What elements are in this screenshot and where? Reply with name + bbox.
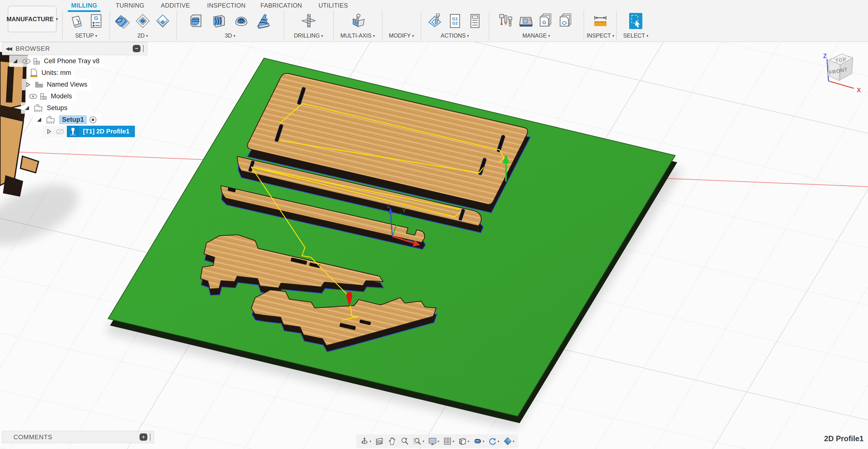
visibility-eye-icon[interactable] xyxy=(29,93,37,99)
group-label-select[interactable]: SELECT▾ xyxy=(623,32,648,41)
active-setup-radio-icon[interactable] xyxy=(89,116,97,124)
browser-item-label[interactable]: Units: mm xyxy=(41,69,71,77)
3d-scallop-icon[interactable] xyxy=(234,13,249,29)
group-label-3d[interactable]: 3D▾ xyxy=(225,32,236,41)
pan-button[interactable] xyxy=(387,437,397,446)
tab-inspection[interactable]: INSPECTION xyxy=(205,1,248,9)
orbit-button[interactable]: ▾ xyxy=(359,437,372,446)
viewports-button[interactable]: ▾ xyxy=(457,437,470,446)
look-at-button[interactable] xyxy=(374,437,385,446)
collapsed-arrow-icon[interactable] xyxy=(25,82,31,87)
browser-item-setup1[interactable]: Setup1 xyxy=(33,114,101,125)
ribbon-group-select: SELECT▾ xyxy=(616,11,655,41)
workspace-label: MANUFACTURE xyxy=(7,16,54,23)
add-comment-icon[interactable]: + xyxy=(140,433,147,441)
group-label-multi-axis[interactable]: MULTI-AXIS▾ xyxy=(341,32,375,41)
svg-text:G1: G1 xyxy=(452,17,458,21)
browser-item-models[interactable]: Models xyxy=(25,91,76,102)
chevron-down-icon: ▾ xyxy=(612,34,614,38)
browser-item-label-selected[interactable]: Setup1 xyxy=(59,115,87,124)
group-label-2d[interactable]: 2D▾ xyxy=(137,32,148,41)
browser-item-setups[interactable]: Setups xyxy=(21,102,71,114)
group-label-actions[interactable]: ACTIONS▾ xyxy=(441,32,469,41)
browser-panel: ◀◀ BROWSER − Cell Phone Tray v8 Units: m… xyxy=(2,42,147,137)
units-document-icon xyxy=(30,68,38,77)
collapse-panel-icon[interactable]: ◀◀ xyxy=(6,46,11,52)
chevron-down-icon: ▾ xyxy=(483,440,485,443)
group-label-drilling[interactable]: DRILLING▾ xyxy=(294,32,323,41)
zoom-window-button[interactable]: ▾ xyxy=(412,437,425,446)
3d-parallel-icon[interactable] xyxy=(211,13,227,29)
workspace-selector[interactable]: MANUFACTURE ▾ xyxy=(8,6,57,32)
group-label-modify[interactable]: MODIFY▾ xyxy=(389,32,414,41)
ribbon-group-inspect: INSPECT▾ xyxy=(585,11,617,41)
chevron-down-icon: ▾ xyxy=(234,34,236,38)
gcode-document-icon[interactable]: G xyxy=(88,13,104,29)
browser-item-named-views[interactable]: Named Views xyxy=(22,79,91,90)
comments-title: COMMENTS xyxy=(13,433,140,441)
zoom-button[interactable] xyxy=(399,437,410,446)
tab-additive[interactable]: ADDITIVE xyxy=(159,1,192,9)
display-filter-icon[interactable]: − xyxy=(133,45,141,52)
tool-library-icon[interactable] xyxy=(498,13,514,29)
multi-axis-icon[interactable] xyxy=(350,13,366,29)
simulate-icon[interactable] xyxy=(427,13,443,29)
post-library-icon[interactable]: G xyxy=(538,13,554,29)
visibility-off-icon[interactable] xyxy=(56,129,64,134)
panel-scrollbar[interactable] xyxy=(150,433,151,441)
navigation-toolbar: ▾ ▾ ▾ ▾ ▾ ▾ ▾ ▾ xyxy=(356,435,518,448)
tab-fabrication[interactable]: FABRICATION xyxy=(258,1,304,9)
group-label-inspect[interactable]: INSPECT▾ xyxy=(587,32,614,41)
appearance-button[interactable]: ▾ xyxy=(502,437,516,446)
grid-snaps-button[interactable]: ▾ xyxy=(442,437,455,446)
refresh-button[interactable]: ▾ xyxy=(487,437,500,446)
2d-pocket-icon[interactable] xyxy=(135,13,151,29)
expanded-arrow-icon[interactable] xyxy=(24,106,30,111)
2d-contour-icon[interactable] xyxy=(155,13,170,29)
2d-adaptive-icon[interactable] xyxy=(115,13,130,29)
browser-item-label[interactable]: Models xyxy=(51,92,72,100)
browser-item-units[interactable]: Units: mm xyxy=(26,67,75,79)
chevron-down-icon: ▾ xyxy=(467,34,469,38)
browser-item-label-selected[interactable]: [T1] 2D Profile1 xyxy=(83,128,129,135)
setup-sheet-icon[interactable] xyxy=(467,13,483,29)
panel-scrollbar[interactable] xyxy=(143,45,144,52)
browser-item-label[interactable]: Setups xyxy=(47,104,67,112)
expanded-arrow-icon[interactable] xyxy=(37,117,42,122)
browser-item-label[interactable]: Named Views xyxy=(47,81,87,88)
ribbon-group-actions: G1G2 ACTIONS▾ xyxy=(421,11,489,41)
setup-icon[interactable] xyxy=(68,13,84,29)
template-library-icon[interactable] xyxy=(558,13,574,29)
tab-turning[interactable]: TURNING xyxy=(114,1,146,9)
display-settings-button[interactable]: ▾ xyxy=(427,437,440,446)
ribbon-group-setup: G SETUP▾ xyxy=(62,11,110,41)
folder-icon xyxy=(35,81,43,88)
chevron-down-icon: ▾ xyxy=(370,440,371,443)
3d-adaptive-icon[interactable] xyxy=(189,13,204,29)
viewcube-z-label: Z xyxy=(823,53,827,59)
milling-tool-icon xyxy=(67,126,79,137)
drill-icon[interactable] xyxy=(301,13,316,29)
post-process-icon[interactable]: G1G2 xyxy=(447,13,463,29)
tab-utilities[interactable]: UTILITIES xyxy=(316,1,350,9)
comments-panel[interactable]: COMMENTS + xyxy=(2,431,154,443)
operation-chip[interactable]: [T1] 2D Profile1 xyxy=(67,126,135,137)
collapsed-arrow-icon[interactable] xyxy=(46,129,52,134)
measure-icon[interactable] xyxy=(593,13,608,29)
tab-milling[interactable]: MILLING xyxy=(69,1,99,9)
toolpath-display-button[interactable]: ▾ xyxy=(472,437,486,446)
browser-item-operation[interactable]: [T1] 2D Profile1 xyxy=(43,126,135,137)
select-icon[interactable] xyxy=(628,13,644,29)
browser-item-root[interactable]: Cell Phone Tray v8 xyxy=(9,55,103,67)
chevron-down-icon: ▾ xyxy=(95,34,97,38)
group-label-setup[interactable]: SETUP▾ xyxy=(75,32,97,41)
visibility-eye-icon[interactable] xyxy=(22,58,31,64)
group-label-manage[interactable]: MANAGE▾ xyxy=(522,32,550,41)
machine-library-icon[interactable] xyxy=(519,13,534,29)
triad-y-label: Y xyxy=(402,207,406,214)
expanded-arrow-icon[interactable] xyxy=(13,59,18,64)
component-icon xyxy=(33,57,40,65)
3d-ramp-icon[interactable] xyxy=(256,13,272,29)
browser-item-label[interactable]: Cell Phone Tray v8 xyxy=(44,57,99,65)
chevron-down-icon: ▾ xyxy=(423,440,424,443)
